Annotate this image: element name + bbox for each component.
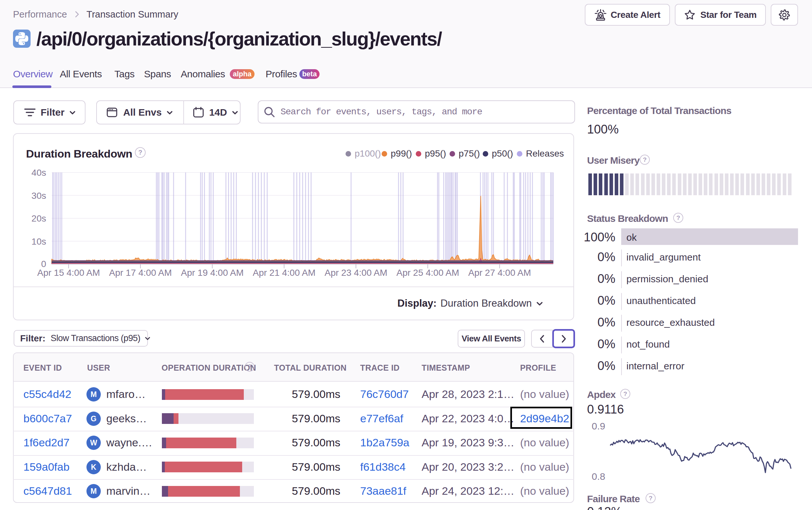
svg-text:Apr 27 4:00 AM: Apr 27 4:00 AM bbox=[468, 268, 531, 278]
svg-text:Apr 23 4:00 AM: Apr 23 4:00 AM bbox=[324, 268, 387, 278]
svg-text:Apr 25 4:00 AM: Apr 25 4:00 AM bbox=[396, 268, 459, 278]
svg-text:10s: 10s bbox=[32, 237, 46, 246]
svg-text:20s: 20s bbox=[32, 213, 46, 223]
svg-text:Apr 19 4:00 AM: Apr 19 4:00 AM bbox=[181, 268, 243, 278]
svg-text:Apr 15 4:00 AM: Apr 15 4:00 AM bbox=[37, 268, 100, 278]
svg-text:Apr 21 4:00 AM: Apr 21 4:00 AM bbox=[253, 268, 315, 278]
svg-text:Apr 17 4:00 AM: Apr 17 4:00 AM bbox=[109, 268, 172, 278]
svg-text:40s: 40s bbox=[32, 168, 46, 178]
svg-text:30s: 30s bbox=[32, 191, 46, 201]
